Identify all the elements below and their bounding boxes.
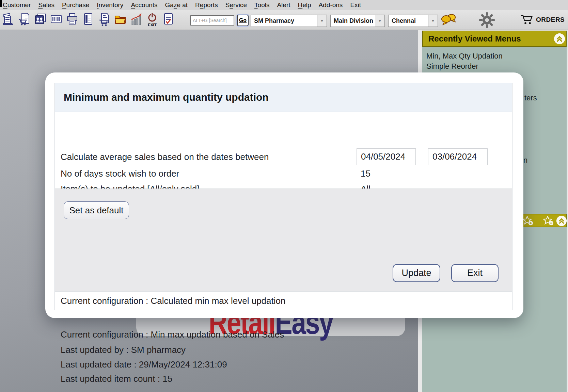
menu-item-exit[interactable]: Exit — [350, 1, 361, 9]
purchase-cart-icon[interactable] — [97, 12, 111, 28]
menu-item-customer[interactable]: Customer — [3, 1, 31, 9]
days-value: 15 — [361, 168, 370, 179]
division-select[interactable]: Main Division ▼ — [330, 15, 385, 27]
menu-item-gaze-at[interactable]: Gaze at — [165, 1, 188, 9]
recently-viewed-menus-header[interactable]: Recently Viewed Menus — [422, 31, 567, 47]
orders-button[interactable]: ORDERS — [520, 14, 565, 25]
division-select-value: Main Division — [331, 17, 375, 24]
screen-corner-mark — [0, 0, 2, 7]
chevron-down-icon[interactable]: ▼ — [317, 15, 327, 27]
sales-bill-icon[interactable] — [17, 12, 31, 28]
last-updated-count-text: Last updated item count : 15 — [61, 373, 172, 384]
exit-button[interactable]: Exit — [451, 264, 499, 282]
add-favorite-star-icon[interactable] — [523, 216, 534, 226]
days-label: No of days stock wish to order — [61, 168, 179, 179]
recent-menu-item-partial[interactable]: n — [523, 156, 527, 165]
toolbar: EXIT Go SM Pharmacy ▼ Main Division ▼ Ch… — [0, 10, 568, 30]
set-as-default-button[interactable]: Set as default — [64, 201, 129, 219]
menu-item-purchase[interactable]: Purchase — [62, 1, 89, 9]
dialog-panel: Minimum and maximum quantity updation Ca… — [54, 83, 512, 310]
collapse-chevron-icon[interactable] — [554, 33, 565, 45]
sales-graph-icon[interactable] — [129, 12, 143, 28]
dialog-status-section: Set as default Current configuration : M… — [55, 189, 512, 291]
recently-viewed-menus-title: Recently Viewed Menus — [428, 31, 521, 46]
audit-report-icon[interactable] — [161, 12, 175, 28]
cart-icon — [520, 14, 533, 25]
menu-item-add-ons[interactable]: Add-ons — [319, 1, 343, 9]
update-button[interactable]: Update — [393, 264, 440, 282]
menu-item-reports[interactable]: Reports — [195, 1, 218, 9]
menu-item-inventory[interactable]: Inventory — [97, 1, 123, 9]
dialog-titlebar: Minimum and maximum quantity updation — [55, 83, 512, 112]
chat-icon[interactable] — [441, 13, 457, 27]
menubar: CustomerSalesPurchaseInventoryAccountsGa… — [0, 0, 568, 10]
printer-icon[interactable] — [65, 12, 79, 28]
search-go-button[interactable]: Go — [237, 15, 249, 26]
remove-favorite-star-icon[interactable] — [543, 216, 554, 226]
chevron-down-icon[interactable]: ▼ — [428, 15, 438, 27]
recent-menu-item[interactable]: Simple Reorder — [426, 62, 478, 71]
menu-item-help[interactable]: Help — [298, 1, 311, 9]
billing-machine-icon[interactable] — [1, 12, 15, 28]
menu-item-accounts[interactable]: Accounts — [131, 1, 157, 9]
current-configuration-text: Current configuration : Min max updation… — [61, 329, 284, 340]
customers-icon[interactable] — [33, 12, 47, 28]
global-search-input[interactable] — [190, 15, 234, 26]
menu-item-service[interactable]: Service — [225, 1, 247, 9]
dates-label: Calculate average sales based on the dat… — [61, 151, 269, 162]
min-max-updation-dialog: Minimum and maximum quantity updation Ca… — [45, 72, 523, 318]
dialog-title: Minimum and maximum quantity updation — [55, 92, 269, 103]
open-folder-icon[interactable] — [113, 12, 127, 28]
footer-configuration-text: Current configuration : Calculated min m… — [55, 296, 285, 306]
gear-icon[interactable] — [479, 12, 495, 28]
exit-power-icon[interactable]: EXIT — [145, 12, 159, 28]
stock-register-icon[interactable] — [81, 12, 95, 28]
menu-item-tools[interactable]: Tools — [254, 1, 269, 9]
last-updated-by-text: Last updated by : SM pharmacy — [61, 344, 186, 355]
store-select[interactable]: SM Pharmacy ▼ — [251, 15, 327, 27]
svg-text:EXIT: EXIT — [148, 23, 157, 27]
orders-label: ORDERS — [536, 16, 565, 23]
recent-menu-item-partial[interactable]: ters — [524, 94, 537, 102]
barcode-icon[interactable] — [49, 12, 63, 28]
collapse-chevron-icon[interactable] — [556, 215, 567, 226]
dialog-form: Calculate average sales based on the dat… — [55, 112, 512, 189]
chevron-down-icon[interactable]: ▼ — [375, 15, 384, 27]
location-select-value: Chennai — [389, 17, 428, 24]
recent-menu-item[interactable]: Min, Max Qty Updation — [426, 52, 503, 61]
date-to-input[interactable] — [428, 148, 488, 165]
toolbar-icons: EXIT — [1, 12, 175, 28]
location-select[interactable]: Chennai ▼ — [388, 15, 438, 27]
last-updated-date-text: Last updated date : 29/May/2024 12:31:09 — [61, 359, 227, 370]
store-select-value: SM Pharmacy — [251, 17, 317, 24]
menu-item-sales[interactable]: Sales — [38, 1, 54, 9]
date-from-input[interactable] — [357, 148, 416, 165]
menu-item-alert[interactable]: Alert — [277, 1, 290, 9]
dialog-footer-row: Current configuration : Calculated min m… — [55, 291, 512, 310]
